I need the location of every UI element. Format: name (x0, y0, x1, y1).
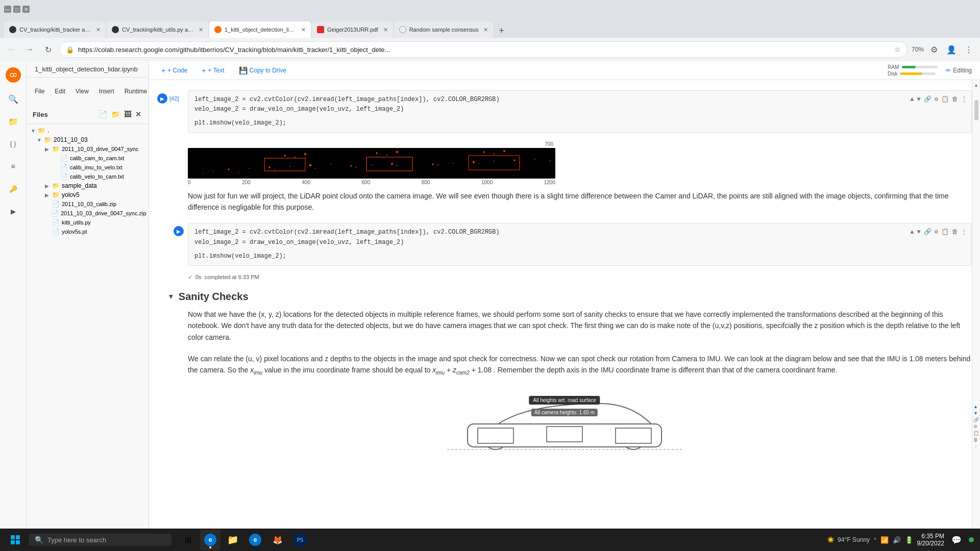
file-item-zip1[interactable]: ▶ 📄 2011_10_03_calib.zip (27, 199, 149, 209)
tray-expand[interactable]: ^ (874, 537, 876, 543)
variables-icon[interactable]: ≡ (5, 158, 21, 174)
file-item-sample[interactable]: ▶ 📁 sample_data (27, 181, 149, 190)
file-item-yolov5[interactable]: ▶ 📁 yolov5 (27, 190, 149, 199)
cell-move-down-icon[interactable]: ▼ (917, 95, 921, 105)
taskbar-edge[interactable]: e (200, 530, 220, 550)
system-tray: ^ 📶 🔊 🔋 (874, 536, 913, 544)
cell-link-icon[interactable]: 🔗 (924, 95, 932, 105)
section-collapse-icon[interactable]: ▼ (167, 292, 175, 300)
bookmark-icon[interactable]: ☆ (894, 45, 901, 54)
taskbar-taskview[interactable]: ⊞ (178, 530, 198, 550)
file-item-root[interactable]: ▼ 📁 . (27, 126, 149, 135)
weather-widget[interactable]: ☀️ 94°F Sunny (827, 536, 870, 543)
menu-runtime[interactable]: Runtime (120, 87, 152, 96)
file-label-2011: 2011_10_03 (54, 136, 88, 143)
close-sidebar-icon[interactable]: ✕ (134, 109, 142, 119)
code-cell-42[interactable]: ▲ ▼ 🔗 ⚙ 📋 🗑 ⋮ left_image_2 = cv2.cvtColo… (188, 90, 972, 133)
tab-close-1[interactable]: ✕ (96, 27, 101, 33)
close-button[interactable]: ✕ (22, 6, 30, 13)
refresh-files-icon[interactable]: 🖼 (123, 109, 132, 119)
file-item-calib3[interactable]: ▶ 📄 calib_velo_to_cam.txt (27, 172, 149, 181)
file-item-yolov5s[interactable]: ▶ 📄 yolov5s.pt (27, 227, 149, 236)
network-icon[interactable]: 📶 (880, 536, 889, 544)
menu-view[interactable]: View (71, 87, 93, 96)
notification-button[interactable]: 💬 (948, 532, 965, 548)
tab-close-3[interactable]: ✕ (301, 27, 306, 33)
new-tab-button[interactable]: + (494, 23, 508, 38)
file-item-calib2[interactable]: ▶ 📄 calib_imu_to_velo.txt (27, 163, 149, 172)
cell-copy-icon[interactable]: 📋 (941, 95, 949, 105)
menu-edit[interactable]: Edit (51, 87, 69, 96)
code-cell-lidar-body[interactable]: ▲ ▼ 🔗 ⚙ 📋 🗑 ⋮ left_image_2 = cv2.cvtColo… (188, 223, 972, 266)
address-bar-container[interactable]: 🔒 ☆ (59, 41, 908, 58)
extensions-button[interactable]: ⚙ (927, 42, 941, 57)
notebook-body[interactable]: ▲ ▲ ▼ 🔗 ⚙ 📋 🗑 ⋮ ▶ (149, 80, 980, 551)
copy-to-drive-button[interactable]: 💾 Copy to Drive (235, 64, 291, 77)
taskbar-edge2[interactable]: e (245, 530, 265, 550)
cell-delete-icon[interactable]: 🗑 (952, 95, 958, 105)
new-folder-icon[interactable]: 📁 (110, 109, 121, 119)
cell-lidar-settings[interactable]: ⚙ (935, 228, 938, 237)
notebook-toolbar: + + Code + + Text 💾 Copy to Drive RAM (149, 61, 980, 80)
tab-cv-tracker[interactable]: CV_tracking/kitti_tracker at m... ✕ (4, 21, 106, 38)
cell-lidar-more[interactable]: ⋮ (961, 228, 967, 237)
scroll-thumb[interactable] (974, 100, 978, 120)
file-item-calib1[interactable]: ▶ 📄 calib_cam_to_cam.txt (27, 154, 149, 163)
scroll-up-icon[interactable]: ▲ (974, 82, 979, 88)
para2-text: We can relate the (u, v) pixel locations… (188, 353, 972, 377)
cell-lidar-delete[interactable]: 🗑 (952, 228, 958, 237)
cell-lidar-copy[interactable]: 📋 (941, 228, 949, 237)
taskbar-search[interactable]: 🔍 Type here to search (29, 534, 172, 546)
file-item-drive[interactable]: ▶ 📁 2011_10_03_drive_0047_sync (27, 144, 149, 154)
code-icon[interactable]: { } (5, 136, 21, 152)
taskbar-time[interactable]: 6:35 PM 9/20/2022 (917, 533, 944, 547)
tab-notebook-active[interactable]: 1_kitti_object_detection_lida... ✕ (209, 21, 311, 38)
tab-close-5[interactable]: ✕ (483, 27, 488, 33)
menu-file[interactable]: File (31, 87, 48, 96)
windows-logo (11, 535, 20, 544)
plus-icon-text: + (202, 66, 206, 74)
tab-wiki[interactable]: Random sample consensus ✕ (394, 21, 494, 38)
cell-lidar-link[interactable]: 🔗 (924, 228, 932, 237)
cell-more-icon[interactable]: ⋮ (961, 95, 967, 105)
search-icon[interactable]: 🔍 (5, 91, 21, 107)
taskbar-firefox[interactable]: 🦊 (267, 530, 288, 550)
minimize-button[interactable]: — (4, 6, 11, 13)
maximize-button[interactable]: □ (13, 6, 20, 13)
cell-lidar-up[interactable]: ▲ (910, 228, 914, 237)
colab-logo[interactable]: CO (6, 67, 21, 83)
back-button[interactable]: ← (4, 42, 18, 57)
address-input[interactable] (78, 46, 890, 54)
terminal-icon[interactable]: ▶ (5, 203, 21, 219)
file-item-zip2[interactable]: ▶ 📄 2011_10_03_drive_0047_sync.zip (27, 209, 149, 218)
battery-icon[interactable]: 🔋 (905, 536, 913, 544)
run-button-lidar[interactable]: ▶ (174, 226, 184, 236)
add-code-button[interactable]: + + Code (157, 64, 191, 77)
files-icon[interactable]: 📁 (5, 113, 21, 130)
window-controls[interactable]: — □ ✕ (4, 6, 30, 13)
secrets-icon[interactable]: 🔑 (5, 181, 21, 197)
cell-move-up-icon[interactable]: ▲ (910, 95, 914, 105)
tab-kitti-utils[interactable]: CV_tracking/kitti_utils.py at ... ✕ (107, 21, 208, 38)
file-item-2011[interactable]: ▼ 📁 2011_10_03 (27, 135, 149, 144)
tab-close-2[interactable]: ✕ (199, 27, 203, 33)
menu-insert[interactable]: Insert (95, 87, 118, 96)
taskbar-explorer[interactable]: 📁 (223, 530, 243, 550)
reload-button[interactable]: ↻ (41, 42, 55, 57)
volume-icon[interactable]: 🔊 (893, 536, 901, 544)
file-item-kitti-utils[interactable]: ▶ 📄 kitti_utils.py (27, 218, 149, 227)
run-button-42[interactable]: ▶ (157, 93, 167, 104)
taskbar-terminal[interactable]: PS (290, 530, 310, 550)
forward-button[interactable]: → (22, 42, 37, 57)
terminal-tb-icon: PS (294, 534, 306, 546)
start-button[interactable] (4, 529, 27, 551)
cell-settings-icon[interactable]: ⚙ (935, 95, 938, 105)
tab-close-4[interactable]: ✕ (383, 27, 388, 33)
cell-lidar-down[interactable]: ▼ (917, 228, 921, 237)
profile-button[interactable]: 👤 (944, 42, 959, 57)
car-diagram: All heights wrt. road surface All camera… (437, 393, 692, 460)
menu-button[interactable]: ⋮ (962, 42, 976, 57)
upload-file-icon[interactable]: 📄 (97, 109, 108, 119)
tab-pdf[interactable]: Geiger2013URR.pdf ✕ (312, 21, 393, 38)
add-text-button[interactable]: + + Text (198, 64, 228, 77)
